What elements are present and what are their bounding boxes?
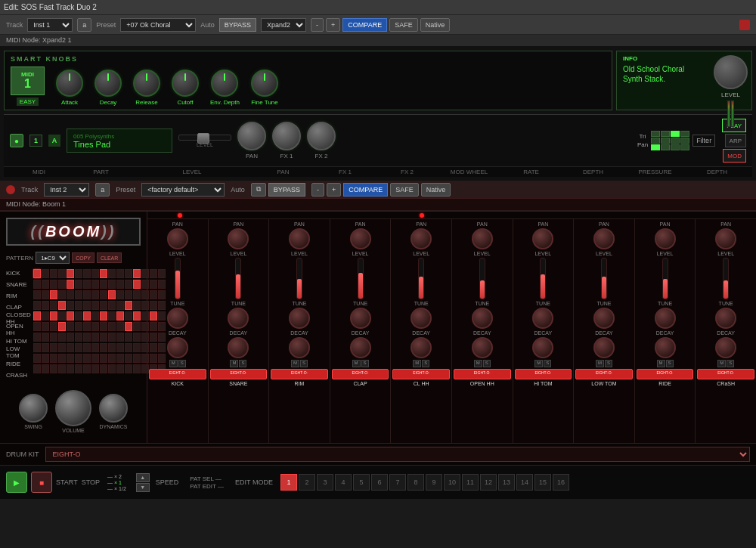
ch-snare-tune-knob[interactable] bbox=[228, 308, 249, 329]
grid-cell[interactable] bbox=[50, 290, 57, 299]
ch-clap-eight-o-btn[interactable]: EIGHT-O· bbox=[332, 369, 389, 379]
ch-lowtom-tune-knob[interactable] bbox=[593, 308, 615, 329]
grid-cell[interactable] bbox=[33, 290, 41, 299]
grid-cell[interactable] bbox=[50, 322, 57, 331]
grid-cell[interactable] bbox=[100, 364, 107, 373]
grid-cell[interactable] bbox=[42, 343, 49, 352]
ch-snare-decay-knob[interactable] bbox=[228, 337, 249, 358]
ch-m-btn[interactable]: M bbox=[169, 360, 178, 367]
ch-decay-knob[interactable] bbox=[167, 337, 188, 358]
ch-openhh-pan-knob[interactable] bbox=[472, 228, 493, 249]
grid-cell[interactable] bbox=[125, 280, 132, 289]
grid-cell[interactable] bbox=[75, 343, 82, 352]
ch-rim-tune-knob[interactable] bbox=[289, 308, 310, 329]
bypass-button[interactable]: BYPASS bbox=[219, 18, 256, 32]
grid-cell[interactable] bbox=[42, 290, 49, 299]
pat-cell-8[interactable]: 8 bbox=[407, 474, 424, 491]
grid-cell[interactable] bbox=[67, 322, 74, 331]
ch-ride-m-btn[interactable]: M bbox=[657, 360, 665, 367]
grid-cell[interactable] bbox=[133, 280, 141, 289]
pat-cell-3[interactable]: 3 bbox=[317, 474, 333, 491]
grid-cell[interactable] bbox=[100, 322, 107, 331]
grid-cell[interactable] bbox=[42, 322, 49, 331]
grid-cell[interactable] bbox=[58, 290, 66, 299]
grid-cell[interactable] bbox=[42, 354, 49, 363]
grid-cell[interactable] bbox=[75, 301, 82, 310]
grid-cell[interactable] bbox=[91, 354, 99, 363]
grid-cell[interactable] bbox=[116, 333, 124, 342]
ch-hitom-eight-o-btn[interactable]: EIGHT-O· bbox=[515, 369, 572, 379]
xpand2-select[interactable]: Xpand2 bbox=[261, 18, 306, 32]
grid-cell[interactable] bbox=[116, 269, 124, 278]
grid-cell[interactable] bbox=[42, 280, 49, 289]
fx2-knob[interactable] bbox=[307, 122, 336, 150]
grid-cell[interactable] bbox=[33, 354, 41, 363]
copy-button[interactable]: COPY bbox=[72, 252, 94, 263]
grid-cell[interactable] bbox=[100, 280, 107, 289]
pat-cell-15[interactable]: 15 bbox=[534, 474, 551, 491]
grid-cell[interactable] bbox=[108, 354, 116, 363]
grid-cell[interactable] bbox=[50, 269, 57, 278]
grid-cell[interactable] bbox=[75, 333, 82, 342]
grid-cell[interactable] bbox=[133, 364, 141, 373]
ch-hitom-fader[interactable] bbox=[540, 258, 546, 299]
grid-cell[interactable] bbox=[58, 311, 66, 320]
grid-cell[interactable] bbox=[108, 290, 116, 299]
ch-snare-eight-o-btn[interactable]: EIGHT-O· bbox=[210, 369, 268, 379]
grid-cell[interactable] bbox=[50, 343, 57, 352]
boom-minus-button[interactable]: - bbox=[311, 183, 324, 197]
ch-clap-m-btn[interactable]: M bbox=[352, 360, 361, 367]
ch-lowtom-pan-knob[interactable] bbox=[593, 228, 615, 249]
grid-cell[interactable] bbox=[83, 364, 91, 373]
ch-snare-fader[interactable] bbox=[235, 258, 241, 299]
grid-cell[interactable] bbox=[108, 280, 116, 289]
speed-down-btn[interactable]: ▼ bbox=[136, 483, 150, 492]
boom-preset-select[interactable]: <factory default> bbox=[141, 183, 225, 197]
grid-cell[interactable] bbox=[50, 364, 57, 373]
ch-ride-decay-knob[interactable] bbox=[655, 337, 676, 358]
ch-crash-m-btn[interactable]: M bbox=[717, 360, 726, 367]
ch-ride-s-btn[interactable]: S bbox=[666, 360, 674, 367]
grid-cell[interactable] bbox=[108, 322, 116, 331]
boom-inst-select[interactable]: Inst 2 bbox=[44, 183, 89, 197]
boom-copy-icon[interactable]: ⧉ bbox=[251, 183, 266, 197]
grid-cell[interactable] bbox=[100, 354, 107, 363]
grid-cell[interactable] bbox=[91, 364, 99, 373]
ch-crash-fader[interactable] bbox=[723, 258, 729, 299]
ch-openhh-fader[interactable] bbox=[479, 258, 485, 299]
ch-rim-pan-knob[interactable] bbox=[289, 228, 310, 249]
ch-clap-tune-knob[interactable] bbox=[350, 308, 371, 329]
native-button[interactable]: Native bbox=[420, 18, 451, 32]
part-enable-btn[interactable]: ● bbox=[10, 134, 23, 147]
grid-cell[interactable] bbox=[133, 333, 141, 342]
ch-openhh-tune-knob[interactable] bbox=[472, 308, 493, 329]
grid-cell[interactable] bbox=[58, 333, 66, 342]
grid-cell[interactable] bbox=[50, 354, 57, 363]
pat-cell-6[interactable]: 6 bbox=[371, 474, 388, 491]
grid-cell[interactable] bbox=[83, 311, 91, 320]
boom-compare-button[interactable]: COMPARE bbox=[343, 183, 388, 197]
ch-pan-knob[interactable] bbox=[167, 228, 188, 249]
grid-cell[interactable] bbox=[75, 354, 82, 363]
pattern-select[interactable]: 1▸C9 bbox=[36, 252, 70, 264]
pat-cell-9[interactable]: 9 bbox=[426, 474, 442, 491]
ch-openhh-eight-o-btn[interactable]: EIGHT-O· bbox=[454, 369, 511, 379]
grid-cell[interactable] bbox=[33, 364, 41, 373]
pat-cell-5[interactable]: 5 bbox=[353, 474, 370, 491]
grid-cell[interactable] bbox=[33, 333, 41, 342]
grid-cell[interactable] bbox=[58, 280, 66, 289]
grid-cell[interactable] bbox=[67, 290, 74, 299]
grid-cell[interactable] bbox=[125, 343, 132, 352]
ch-clhh-s-btn[interactable]: S bbox=[422, 360, 429, 367]
grid-cell[interactable] bbox=[91, 269, 99, 278]
grid-cell[interactable] bbox=[133, 343, 141, 352]
ch-clhh-m-btn[interactable]: M bbox=[413, 360, 421, 367]
grid-cell[interactable] bbox=[91, 311, 99, 320]
ch-clhh-tune-knob[interactable] bbox=[411, 308, 432, 329]
ch-hitom-s-btn[interactable]: S bbox=[544, 360, 551, 367]
ch-eight-o-btn[interactable]: EIGHT-O· bbox=[149, 369, 206, 379]
grid-cell[interactable] bbox=[116, 364, 124, 373]
grid-cell[interactable] bbox=[58, 364, 66, 373]
grid-cell[interactable] bbox=[108, 269, 116, 278]
grid-cell[interactable] bbox=[108, 333, 116, 342]
